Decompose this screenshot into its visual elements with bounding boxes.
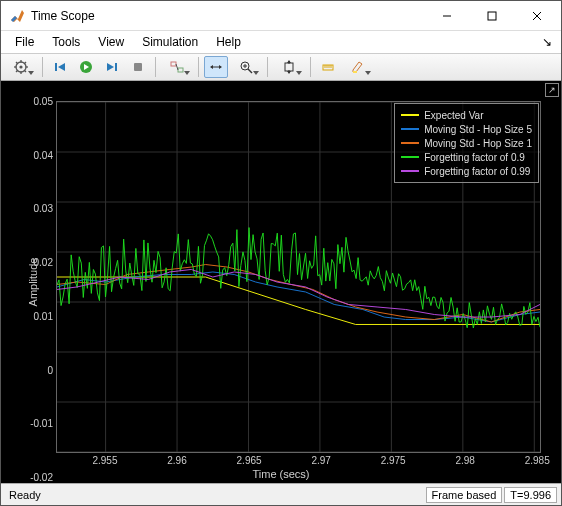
plot-area[interactable]: ↗ Amplitude Time (secs) -0.02-0.0100.010… xyxy=(1,81,561,483)
menu-help[interactable]: Help xyxy=(208,33,249,51)
maximize-axes-icon[interactable]: ↗ xyxy=(545,83,559,97)
legend[interactable]: Expected VarMoving Std - Hop Size 5Movin… xyxy=(394,103,539,183)
y-tick: 0.01 xyxy=(13,310,53,321)
pin-icon[interactable]: ↘ xyxy=(539,35,555,49)
x-tick: 2.98 xyxy=(455,455,474,466)
svg-marker-34 xyxy=(287,60,291,63)
measure-button[interactable] xyxy=(316,56,340,78)
x-tick: 2.97 xyxy=(311,455,330,466)
svg-line-12 xyxy=(16,70,18,72)
y-tick: 0 xyxy=(13,364,53,375)
svg-line-13 xyxy=(24,62,26,64)
menu-simulation[interactable]: Simulation xyxy=(134,33,206,51)
x-tick: 2.965 xyxy=(237,455,262,466)
menu-view[interactable]: View xyxy=(90,33,132,51)
svg-marker-25 xyxy=(210,65,213,69)
svg-rect-20 xyxy=(134,63,142,71)
run-button[interactable] xyxy=(74,56,98,78)
legend-entry[interactable]: Forgetting factor of 0.99 xyxy=(401,164,532,178)
svg-rect-21 xyxy=(171,62,176,66)
stop-button[interactable] xyxy=(126,56,150,78)
highlight-button[interactable] xyxy=(342,56,374,78)
close-button[interactable] xyxy=(514,1,559,30)
y-tick: 0.04 xyxy=(13,149,53,160)
step-forward-button[interactable] xyxy=(100,56,124,78)
x-axis-label: Time (secs) xyxy=(252,468,309,480)
y-tick: 0.02 xyxy=(13,257,53,268)
svg-rect-1 xyxy=(488,12,496,20)
svg-rect-31 xyxy=(285,63,293,71)
y-tick: 0.03 xyxy=(13,203,53,214)
window-title: Time Scope xyxy=(31,9,424,23)
svg-marker-41 xyxy=(353,62,362,72)
legend-entry[interactable]: Moving Std - Hop Size 5 xyxy=(401,122,532,136)
maximize-button[interactable] xyxy=(469,1,514,30)
legend-label: Forgetting factor of 0.99 xyxy=(424,166,530,177)
legend-label: Forgetting factor of 0.9 xyxy=(424,152,525,163)
x-tick: 2.955 xyxy=(92,455,117,466)
svg-rect-22 xyxy=(178,68,183,72)
svg-marker-18 xyxy=(107,63,114,71)
autoscale-button[interactable] xyxy=(273,56,305,78)
y-tick: 0.05 xyxy=(13,96,53,107)
status-time: T=9.996 xyxy=(504,487,557,503)
svg-marker-15 xyxy=(58,63,65,71)
legend-swatch xyxy=(401,170,419,172)
status-ready: Ready xyxy=(5,489,45,501)
legend-swatch xyxy=(401,156,419,158)
svg-marker-35 xyxy=(287,71,291,74)
legend-label: Expected Var xyxy=(424,110,483,121)
step-back-button[interactable] xyxy=(48,56,72,78)
zoom-x-button[interactable] xyxy=(204,56,228,78)
legend-swatch xyxy=(401,128,419,130)
svg-marker-26 xyxy=(219,65,222,69)
svg-line-11 xyxy=(24,70,26,72)
settings-button[interactable] xyxy=(5,56,37,78)
legend-swatch xyxy=(401,142,419,144)
svg-line-23 xyxy=(176,64,178,70)
status-mode: Frame based xyxy=(426,487,503,503)
svg-rect-14 xyxy=(55,63,57,71)
legend-entry[interactable]: Forgetting factor of 0.9 xyxy=(401,150,532,164)
signal-select-button[interactable] xyxy=(161,56,193,78)
menu-file[interactable]: File xyxy=(7,33,42,51)
y-tick: -0.02 xyxy=(13,472,53,483)
legend-label: Moving Std - Hop Size 1 xyxy=(424,138,532,149)
svg-line-28 xyxy=(248,69,252,73)
x-tick: 2.96 xyxy=(167,455,186,466)
svg-rect-19 xyxy=(115,63,117,71)
svg-point-5 xyxy=(19,65,22,68)
x-tick: 2.985 xyxy=(525,455,550,466)
minimize-button[interactable] xyxy=(424,1,469,30)
legend-swatch xyxy=(401,114,419,116)
svg-line-10 xyxy=(16,62,18,64)
y-tick: -0.01 xyxy=(13,418,53,429)
legend-label: Moving Std - Hop Size 5 xyxy=(424,124,532,135)
menu-tools[interactable]: Tools xyxy=(44,33,88,51)
legend-entry[interactable]: Expected Var xyxy=(401,108,532,122)
zoom-tool-button[interactable] xyxy=(230,56,262,78)
x-tick: 2.975 xyxy=(381,455,406,466)
matlab-icon xyxy=(9,8,25,24)
legend-entry[interactable]: Moving Std - Hop Size 1 xyxy=(401,136,532,150)
